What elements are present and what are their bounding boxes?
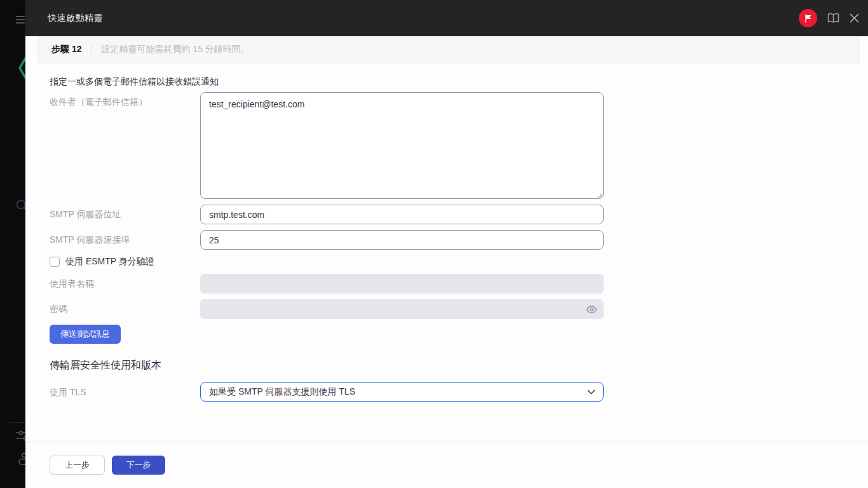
back-button[interactable]: 上一步 [50, 456, 105, 475]
search-icon[interactable] [15, 199, 25, 213]
username-input-disabled [200, 274, 604, 294]
username-label: 使用者名稱 [50, 278, 94, 290]
smtp-address-input[interactable] [200, 205, 604, 224]
whats-new-flag-button[interactable] [799, 9, 817, 27]
smtp-address-label: SMTP 伺服器位址 [50, 209, 121, 220]
eye-icon [586, 305, 597, 314]
rail-divider [9, 422, 25, 423]
step-number: 步驟 12 [51, 44, 81, 55]
flag-icon [804, 14, 813, 23]
use-tls-label: 使用 TLS [50, 387, 86, 398]
tls-section-title: 傳輸層安全性使用和版本 [50, 359, 161, 372]
smtp-port-input[interactable] [200, 230, 604, 250]
use-tls-selected-value: 如果受 SMTP 伺服器支援則使用 TLS [209, 386, 355, 398]
wizard-titlebar: 快速啟動精靈 [25, 0, 868, 36]
close-wizard-button[interactable] [850, 13, 859, 23]
esmtp-auth-label: 使用 ESMTP 身分驗證 [65, 256, 154, 268]
step-separator [91, 44, 92, 55]
recipients-textarea[interactable]: test_recipient@test.com [200, 92, 604, 199]
step-header: 步驟 12 設定精靈可能需耗費約 15 分鐘時間。 [38, 37, 859, 62]
chevron-down-icon [587, 390, 595, 395]
close-icon [850, 13, 859, 23]
book-icon [827, 13, 839, 24]
recipients-label: 收件者（電子郵件信箱） [50, 97, 147, 108]
password-label: 密碼 [50, 304, 67, 315]
page-instruction: 指定一或多個電子郵件信箱以接收錯誤通知 [50, 76, 219, 88]
show-password-button[interactable] [586, 305, 597, 314]
user-account-icon[interactable] [16, 452, 25, 466]
help-book-button[interactable] [827, 13, 839, 24]
menu-hamburger-icon[interactable] [16, 16, 25, 24]
password-input-disabled [200, 299, 604, 319]
esmtp-auth-checkbox[interactable] [50, 257, 60, 267]
send-test-message-button[interactable]: 傳送測試訊息 [50, 325, 121, 344]
wizard-content: 步驟 12 設定精靈可能需耗費約 15 分鐘時間。 指定一或多個電子郵件信箱以接… [25, 36, 868, 488]
left-nav-rail [0, 0, 25, 488]
brand-logo-icon [17, 53, 25, 83]
next-button[interactable]: 下一步 [112, 456, 165, 475]
settings-sliders-icon[interactable] [16, 430, 25, 442]
esmtp-auth-row[interactable]: 使用 ESMTP 身分驗證 [50, 256, 154, 268]
wizard-title: 快速啟動精靈 [48, 13, 103, 24]
step-description: 設定精靈可能需耗費約 15 分鐘時間。 [101, 44, 249, 55]
footer-divider [25, 442, 868, 442]
use-tls-select[interactable]: 如果受 SMTP 伺服器支援則使用 TLS [200, 382, 604, 402]
smtp-port-label: SMTP 伺服器連接埠 [50, 234, 130, 246]
